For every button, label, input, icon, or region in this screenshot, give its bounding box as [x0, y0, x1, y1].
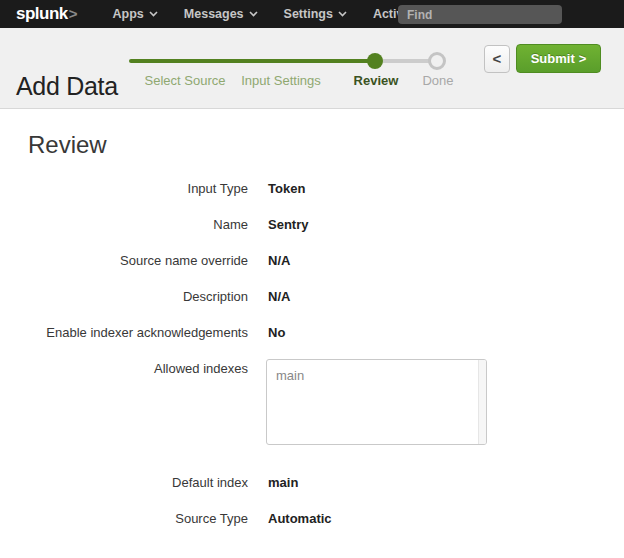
- row-value: main: [268, 473, 298, 492]
- chevron-down-icon: [338, 11, 347, 17]
- menu-messages[interactable]: Messages: [171, 0, 271, 28]
- splunk-logo-caret-icon: >: [69, 5, 78, 22]
- review-panel: Review Input Type Token Name Sentry Sour…: [0, 110, 624, 545]
- menu-settings-label: Settings: [284, 7, 333, 21]
- page-title: Add Data: [16, 72, 118, 101]
- row-label: Allowed indexes: [0, 359, 248, 378]
- row-indexer-acknowledgements: Enable indexer acknowledgements No: [0, 323, 624, 342]
- row-source-type: Source Type Automatic: [0, 509, 624, 528]
- row-value: N/A: [268, 287, 290, 306]
- chevron-down-icon: [249, 11, 258, 17]
- row-default-index: Default index main: [0, 473, 624, 492]
- allowed-indexes-value: main: [267, 360, 486, 391]
- topbar-menu: Apps Messages Settings Activity: [100, 0, 445, 28]
- row-label: Source Type: [0, 509, 248, 528]
- row-source-name-override: Source name override N/A: [0, 251, 624, 270]
- row-value: Sentry: [268, 215, 308, 234]
- splunk-logo[interactable]: splunk >: [16, 4, 78, 24]
- row-value: Token: [268, 179, 305, 198]
- menu-messages-label: Messages: [184, 7, 244, 21]
- row-label: Default index: [0, 473, 248, 492]
- allowed-indexes-listbox[interactable]: main: [266, 359, 487, 445]
- step-input-settings[interactable]: Input Settings: [241, 73, 321, 88]
- row-allowed-indexes: Allowed indexes main: [0, 359, 624, 445]
- submit-button-label: Submit: [531, 51, 575, 66]
- progress-circle-done: [428, 52, 446, 70]
- wizard-header: Add Data Select Source Input Settings Re…: [0, 28, 624, 109]
- row-value: N/A: [268, 251, 290, 270]
- find-search-input[interactable]: [398, 5, 562, 24]
- row-value: No: [268, 323, 285, 342]
- step-review: Review: [354, 73, 399, 88]
- progress-line-complete: [129, 59, 376, 63]
- row-label: Source name override: [0, 251, 248, 270]
- row-description: Description N/A: [0, 287, 624, 306]
- review-heading: Review: [28, 130, 624, 160]
- step-select-source[interactable]: Select Source: [145, 73, 226, 88]
- row-label: Enable indexer acknowledgements: [0, 323, 248, 342]
- menu-apps-label: Apps: [113, 7, 144, 21]
- row-label: Input Type: [0, 179, 248, 198]
- menu-apps[interactable]: Apps: [100, 0, 171, 28]
- row-label: Description: [0, 287, 248, 306]
- submit-button[interactable]: Submit >: [516, 44, 601, 73]
- scrollbar-track[interactable]: [478, 360, 486, 444]
- splunk-logo-text: splunk: [16, 4, 68, 24]
- row-value: Automatic: [268, 509, 332, 528]
- progress-dot-review: [367, 53, 383, 69]
- row-input-type: Input Type Token: [0, 179, 624, 198]
- chevron-left-icon: <: [493, 50, 502, 67]
- row-label: Name: [0, 215, 248, 234]
- step-done: Done: [422, 73, 453, 88]
- review-rows: Input Type Token Name Sentry Source name…: [0, 179, 624, 528]
- chevron-right-icon: >: [579, 51, 587, 66]
- row-name: Name Sentry: [0, 215, 624, 234]
- back-button[interactable]: <: [484, 45, 510, 73]
- chevron-down-icon: [149, 11, 158, 17]
- topbar: splunk > Apps Messages Settings Activity: [0, 0, 624, 28]
- menu-settings[interactable]: Settings: [271, 0, 360, 28]
